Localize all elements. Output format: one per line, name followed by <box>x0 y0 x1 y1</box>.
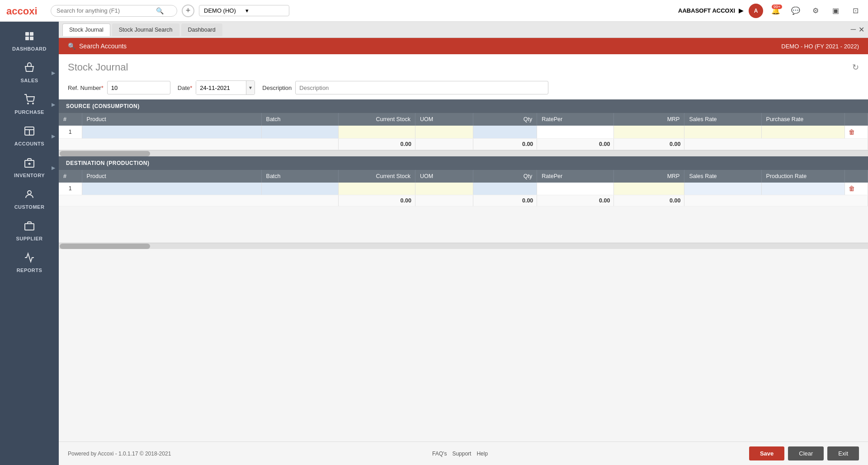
exit-button[interactable]: Exit <box>827 446 859 460</box>
sidebar-label-accounts: ACCOUNTS <box>14 141 44 146</box>
dest-uom-cell <box>415 183 473 195</box>
dest-col-mrp: MRP <box>614 170 684 183</box>
sales-rate-cell <box>684 126 761 138</box>
total-mrp: 0.00 <box>614 138 684 150</box>
chat-icon[interactable]: 💬 <box>788 4 803 18</box>
tab-stock-journal[interactable]: Stock Journal <box>62 23 110 36</box>
col-rateper: RatePer <box>537 113 614 126</box>
col-product: Product <box>82 113 261 126</box>
col-current-stock: Current Stock <box>338 113 415 126</box>
search-input[interactable] <box>57 7 156 14</box>
destination-total-row: 0.00 0.00 0.00 0.00 <box>59 195 868 207</box>
svg-text:accoxi: accoxi <box>6 5 38 17</box>
svg-rect-4 <box>30 37 33 40</box>
qty-cell[interactable] <box>473 126 537 138</box>
help-link[interactable]: Help <box>476 451 488 457</box>
date-input[interactable] <box>196 81 246 94</box>
dest-batch-cell[interactable] <box>261 183 338 195</box>
search-icon[interactable]: 🔍 <box>156 7 164 14</box>
sidebar-item-reports[interactable]: REPORTS <box>0 247 59 278</box>
footer-links: FAQ's Support Help <box>432 451 488 457</box>
source-header: SOURCE (CONSUMPTION) <box>59 99 868 113</box>
dest-total-mrp: 0.00 <box>614 195 684 207</box>
search-bar[interactable]: 🔍 <box>51 5 177 17</box>
dest-col-qty: Qty <box>473 170 537 183</box>
dropdown-icon[interactable]: ▾ <box>246 81 255 94</box>
rateper-cell[interactable] <box>537 126 614 138</box>
support-link[interactable]: Support <box>452 451 471 457</box>
accounts-icon <box>24 126 35 139</box>
chevron-right-icon: ▶ <box>739 7 743 14</box>
dest-mrp-cell <box>614 183 684 195</box>
sidebar-item-supplier[interactable]: SUPPLIER <box>0 215 59 247</box>
description-input[interactable] <box>295 81 548 94</box>
purchase-rate-cell <box>761 126 844 138</box>
batch-cell[interactable] <box>261 126 338 138</box>
clear-button[interactable]: Clear <box>788 446 824 460</box>
faq-link[interactable]: FAQ's <box>432 451 447 457</box>
minimize-icon[interactable]: ─ <box>851 25 856 34</box>
dest-col-current-stock: Current Stock <box>338 170 415 183</box>
sidebar-item-dashboard[interactable]: DASHBOARD <box>0 25 59 57</box>
tab-stock-journal-search[interactable]: Stock Journal Search <box>112 23 179 36</box>
total-end-cell <box>684 138 868 150</box>
ref-number-input[interactable] <box>107 81 170 94</box>
sidebar-label-dashboard: DASHBOARD <box>12 46 47 52</box>
layout-icon[interactable]: ▣ <box>828 4 843 18</box>
mrp-cell <box>614 126 684 138</box>
search-accounts-btn[interactable]: 🔍 Search Accounts <box>68 42 127 50</box>
tab-dashboard[interactable]: Dashboard <box>181 23 222 36</box>
sidebar-label-purchase: PURCHASE <box>14 109 44 115</box>
dest-total-current-stock: 0.00 <box>338 195 415 207</box>
total-uom-empty <box>415 138 473 150</box>
refresh-icon[interactable]: ↻ <box>852 62 859 72</box>
dest-delete-cell[interactable]: 🗑 <box>844 183 868 195</box>
svg-rect-3 <box>25 37 29 40</box>
dest-rateper-cell[interactable] <box>537 183 614 195</box>
destination-hscroll[interactable] <box>59 243 868 249</box>
total-qty: 0.00 <box>473 138 537 150</box>
dest-col-rateper: RatePer <box>537 170 614 183</box>
add-button[interactable]: + <box>182 5 194 17</box>
expand-icon[interactable]: ⊡ <box>848 4 863 18</box>
sidebar-item-accounts[interactable]: ACCOUNTS ▶ <box>0 120 59 152</box>
dest-production-rate-cell[interactable] <box>761 183 844 195</box>
arrow-icon: ▶ <box>52 70 56 75</box>
source-table-header: # Product Batch Current Stock UOM Qty Ra… <box>59 113 868 126</box>
sidebar-item-sales[interactable]: SALES ▶ <box>0 57 59 89</box>
destination-hscroll-bar[interactable] <box>60 244 150 249</box>
close-icon[interactable]: ✕ <box>859 25 864 34</box>
source-hscroll[interactable] <box>59 150 868 156</box>
dest-product-cell[interactable] <box>82 183 261 195</box>
save-button[interactable]: Save <box>749 446 784 460</box>
sidebar-item-inventory[interactable]: INVENTORY ▶ <box>0 152 59 183</box>
company-fy-label: DEMO - HO (FY 2021 - 2022) <box>781 43 859 50</box>
dest-delete-row-icon[interactable]: 🗑 <box>849 185 855 192</box>
date-picker[interactable]: ▾ <box>196 80 255 95</box>
company-selector[interactable]: DEMO (HO) ▾ <box>199 5 289 16</box>
product-cell[interactable] <box>82 126 261 138</box>
page-title: Stock Journal <box>68 61 128 73</box>
company-name: DEMO (HO) <box>204 7 243 14</box>
sidebar-item-customer[interactable]: CUSTOMER <box>0 183 59 215</box>
notification-badge: 99+ <box>772 5 782 9</box>
source-table: # Product Batch Current Stock UOM Qty Ra… <box>59 113 868 150</box>
source-hscroll-bar[interactable] <box>60 151 150 156</box>
tab-bar: Stock Journal Stock Journal Search Dashb… <box>59 22 868 38</box>
delete-row-icon[interactable]: 🗑 <box>849 128 855 136</box>
svg-rect-1 <box>25 32 29 36</box>
dest-total-end-cell <box>684 195 868 207</box>
notification-icon[interactable]: 🔔 99+ <box>769 4 783 18</box>
powered-by-label: Powered by Accoxi - 1.0.1.17 © 2018-2021 <box>68 451 171 457</box>
sidebar-item-purchase[interactable]: PURCHASE ▶ <box>0 89 59 120</box>
date-label: Date* <box>178 85 193 91</box>
dest-qty-cell[interactable] <box>473 183 537 195</box>
destination-table-row: 1 🗑 <box>59 183 868 195</box>
dest-col-production-rate: Production Rate <box>761 170 844 183</box>
delete-cell[interactable]: 🗑 <box>844 126 868 138</box>
settings-icon[interactable]: ⚙ <box>808 4 823 18</box>
supplier-icon <box>24 221 35 234</box>
dest-sales-rate-cell[interactable] <box>684 183 761 195</box>
destination-table-header: # Product Batch Current Stock UOM Qty Ra… <box>59 170 868 183</box>
footer-buttons: Save Clear Exit <box>749 446 859 460</box>
